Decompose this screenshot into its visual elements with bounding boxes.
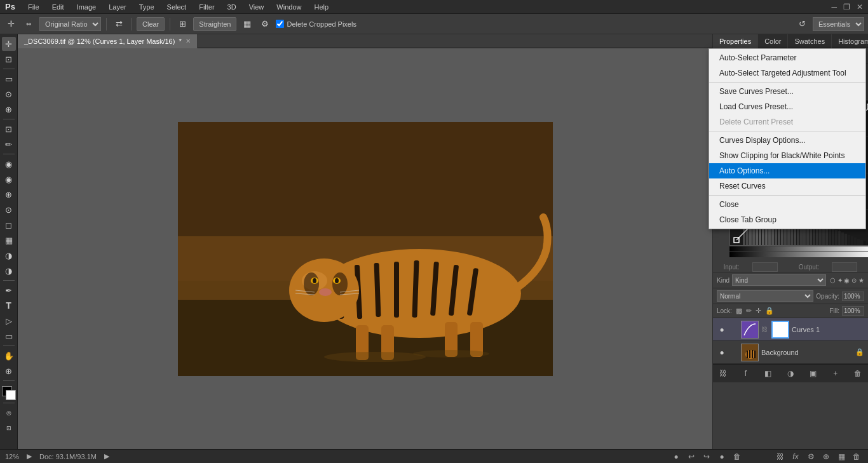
layer-curves1[interactable]: ● ⛓ Curves 1 xyxy=(713,318,868,341)
fill-input[interactable] xyxy=(842,306,864,316)
menu-display-options[interactable]: Curves Display Options... xyxy=(709,133,865,148)
brush-tool[interactable]: ◉ xyxy=(2,172,16,186)
ratio-select[interactable]: Original Ratio xyxy=(39,17,101,31)
minimize-btn[interactable]: ─ xyxy=(831,3,837,11)
move-tool-icon[interactable]: ✛ xyxy=(4,17,18,31)
kind-select[interactable]: Kind xyxy=(732,274,826,286)
status-eye-icon[interactable]: ● xyxy=(670,450,682,463)
delete-cropped-checkbox[interactable] xyxy=(276,20,284,28)
status-link-icon[interactable]: ⛓ xyxy=(774,450,787,463)
grid-overlay-icon[interactable]: ▦ xyxy=(240,17,254,31)
path-select-tool[interactable]: ▷ xyxy=(2,314,16,328)
undo-icon[interactable]: ↺ xyxy=(795,17,809,31)
lock-all-icon[interactable]: 🔒 xyxy=(765,307,774,315)
status-settings-icon[interactable]: ⚙ xyxy=(804,450,817,463)
straighten-button[interactable]: Straighten xyxy=(193,17,236,31)
canvas-content[interactable] xyxy=(18,48,712,449)
menu-window[interactable]: Window xyxy=(274,2,304,12)
workspace-select[interactable]: Essentials xyxy=(813,17,864,31)
stamp-tool[interactable]: ⊕ xyxy=(2,187,16,201)
tab-color[interactable]: Color xyxy=(758,34,788,48)
history-brush-tool[interactable]: ⊙ xyxy=(2,203,16,217)
status-grid-icon[interactable]: ▦ xyxy=(835,450,848,463)
menu-reset-curves[interactable]: Reset Curves xyxy=(709,178,865,194)
rotate-icon[interactable]: ⇄ xyxy=(112,17,126,31)
hand-tool[interactable]: ✋ xyxy=(2,349,16,363)
zoom-tool[interactable]: ⊕ xyxy=(2,364,16,378)
link-layers-icon[interactable]: ⛓ xyxy=(717,367,729,380)
delete-layer-icon[interactable]: 🗑 xyxy=(851,367,864,380)
menu-image[interactable]: Image xyxy=(74,2,99,12)
menu-auto-options[interactable]: Auto Options... xyxy=(709,163,865,178)
new-layer-icon[interactable]: + xyxy=(829,367,842,380)
tab-swatches[interactable]: Swatches xyxy=(788,34,832,48)
menu-layer[interactable]: Layer xyxy=(106,2,129,12)
lock-position-icon[interactable]: ✛ xyxy=(756,307,761,315)
move-tool[interactable]: ✛ xyxy=(2,37,16,51)
menu-3d[interactable]: 3D xyxy=(225,2,239,12)
menu-show-clipping[interactable]: Show Clipping for Black/White Points xyxy=(709,148,865,163)
status-visibility-icon[interactable]: ● xyxy=(715,450,728,463)
close-btn[interactable]: ✕ xyxy=(857,3,863,11)
background-color[interactable] xyxy=(6,390,16,400)
quick-mask-icon[interactable]: ◎ xyxy=(2,406,16,420)
delete-cropped-label[interactable]: Delete Cropped Pixels xyxy=(276,20,356,28)
menu-select[interactable]: Select xyxy=(165,2,189,12)
eyedropper-tool[interactable]: ✏ xyxy=(2,137,16,151)
new-group-icon[interactable]: ▣ xyxy=(806,367,819,380)
healing-tool[interactable]: ◉ xyxy=(2,157,16,171)
restore-btn[interactable]: ❐ xyxy=(843,3,850,11)
output-value[interactable] xyxy=(832,262,857,272)
menu-help[interactable]: Help xyxy=(311,2,331,12)
pen-tool[interactable]: ✒ xyxy=(2,283,16,297)
tab-close-btn[interactable]: ✕ xyxy=(186,37,191,44)
lock-image-icon[interactable]: ✏ xyxy=(746,307,752,315)
gradient-tool[interactable]: ▦ xyxy=(2,233,16,247)
type-tool[interactable]: T xyxy=(2,299,16,312)
clear-button[interactable]: Clear xyxy=(137,17,165,31)
dodge-tool[interactable]: ◑ xyxy=(2,264,16,278)
crop-tool[interactable]: ⊡ xyxy=(2,122,16,136)
lock-transparent-icon[interactable]: ▩ xyxy=(736,307,742,315)
marquee-tool[interactable]: ▭ xyxy=(2,72,16,86)
status-undo-icon[interactable]: ↩ xyxy=(685,450,698,463)
menu-type[interactable]: Type xyxy=(137,2,157,12)
eraser-tool[interactable]: ◻ xyxy=(2,218,16,232)
status-fx-icon[interactable]: fx xyxy=(789,450,802,463)
menu-filter[interactable]: Filter xyxy=(196,2,217,12)
status-more-icon[interactable]: ⊕ xyxy=(820,450,832,463)
menu-load-preset[interactable]: Load Curves Preset... xyxy=(709,99,865,114)
blend-mode-select[interactable]: Normal xyxy=(717,290,813,302)
screen-mode-icon[interactable]: ⊡ xyxy=(2,421,16,435)
lasso-tool[interactable]: ⊙ xyxy=(2,87,16,101)
transform-icon[interactable]: ⇔ xyxy=(22,17,36,31)
menu-edit[interactable]: Edit xyxy=(50,2,67,12)
quick-select-tool[interactable]: ⊕ xyxy=(2,102,16,116)
new-adjustment-icon[interactable]: ◑ xyxy=(784,367,797,380)
blur-tool[interactable]: ◑ xyxy=(2,248,16,262)
add-style-icon[interactable]: f xyxy=(739,367,752,380)
grid-icon[interactable]: ⊞ xyxy=(175,17,189,31)
menu-close-tab-group[interactable]: Close Tab Group xyxy=(709,212,865,227)
menu-auto-select-tool[interactable]: Auto-Select Targeted Adjustment Tool xyxy=(709,65,865,81)
tab-histogram[interactable]: Histogram xyxy=(832,34,868,48)
opacity-input[interactable] xyxy=(842,292,864,301)
status-redo-icon[interactable]: ↪ xyxy=(700,450,713,463)
menu-save-preset[interactable]: Save Curves Preset... xyxy=(709,84,865,99)
status-trash2-icon[interactable]: 🗑 xyxy=(850,450,863,463)
input-value[interactable] xyxy=(752,262,778,272)
settings-icon[interactable]: ⚙ xyxy=(258,17,272,31)
menu-view[interactable]: View xyxy=(247,2,267,12)
artboard-tool[interactable]: ⊡ xyxy=(2,52,16,66)
menu-file[interactable]: File xyxy=(25,2,42,12)
image-canvas[interactable] xyxy=(178,122,553,376)
tab-properties[interactable]: Properties xyxy=(713,34,758,48)
layer-background-eye[interactable]: ● xyxy=(717,347,727,358)
shape-tool[interactable]: ▭ xyxy=(2,329,16,343)
document-tab[interactable]: _DSC3069.tif @ 12% (Curves 1, Layer Mask… xyxy=(18,34,198,48)
layer-curves1-eye[interactable]: ● xyxy=(717,325,727,335)
status-trash-icon[interactable]: 🗑 xyxy=(731,450,743,463)
add-mask-icon[interactable]: ◧ xyxy=(762,367,775,380)
menu-close[interactable]: Close xyxy=(709,197,865,212)
layer-background[interactable]: ● Background 🔒 xyxy=(713,341,868,364)
